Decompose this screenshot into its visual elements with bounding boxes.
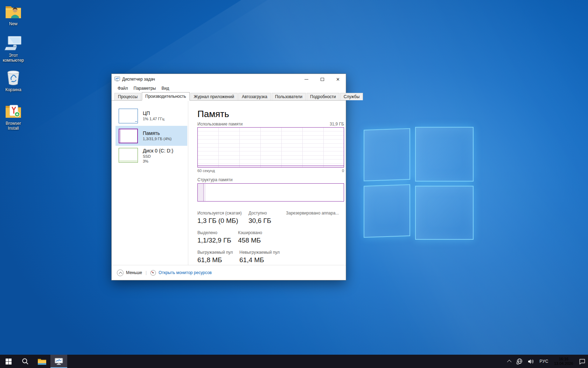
tab-strip: Процессы Производительность Журнал прило…	[112, 92, 346, 101]
menu-file[interactable]: Файл	[115, 85, 131, 92]
network-globe-no-internet-icon	[516, 358, 523, 365]
sidebar-item-subtitle: SSD	[143, 154, 173, 159]
maximize-icon	[321, 78, 324, 81]
sidebar-item-subtitle2: 3%	[143, 159, 173, 164]
sidebar-item-subtitle: 1% 1,47 ГГц	[143, 116, 164, 121]
memory-total-label: 31,9 ГБ	[330, 122, 344, 127]
desktop-icon-label: New	[9, 21, 18, 26]
window-title: Диспетчер задач	[122, 77, 155, 82]
file-explorer-icon	[37, 358, 47, 365]
desktop-icon-label: Browser Install	[1, 121, 25, 131]
fewer-details-button[interactable]: Меньше	[126, 270, 142, 275]
tab-app-history[interactable]: Журнал приложений	[190, 93, 238, 100]
stat-value: 458 МБ	[238, 236, 262, 245]
close-button[interactable]: ✕	[330, 74, 346, 84]
action-center-button[interactable]	[576, 355, 588, 368]
stat-value: 1,3 ГБ (0 МБ)	[197, 217, 248, 225]
sidebar-item-memory[interactable]: Память 1,3/31,9 ГБ (4%)	[115, 126, 187, 146]
taskbar-search-button[interactable]	[17, 355, 34, 368]
browser-folder-icon	[4, 103, 22, 120]
memory-mini-graph	[119, 129, 138, 143]
axis-right-label: 0	[342, 169, 344, 173]
sidebar-item-subtitle: 1,3/31,9 ГБ (4%)	[143, 136, 172, 141]
stat-value: 30,6 ГБ	[248, 217, 286, 225]
tab-services[interactable]: Службы	[340, 93, 363, 100]
tray-show-hidden-icons[interactable]	[506, 355, 514, 368]
tab-details[interactable]: Подробности	[307, 93, 340, 100]
pane-heading: Память	[197, 109, 346, 119]
logo-pane	[364, 128, 410, 182]
resource-monitor-icon	[150, 270, 156, 276]
start-button[interactable]	[0, 355, 17, 368]
stat-label: Доступно	[248, 211, 286, 216]
stat-label: Кэшировано	[238, 230, 262, 235]
sidebar-item-title: Диск 0 (C: D:)	[143, 148, 173, 154]
desktop-icon-new[interactable]: New	[1, 4, 25, 26]
close-icon: ✕	[336, 77, 340, 82]
tray-language-indicator[interactable]: РУС	[537, 355, 551, 368]
sidebar-item-title: ЦП	[143, 110, 164, 116]
logo-pane	[415, 127, 474, 182]
taskbar-file-explorer[interactable]	[34, 355, 50, 368]
performance-body: ЦП 1% 1,47 ГГц Память 1,3/31,9 ГБ (4%) Д…	[112, 101, 346, 265]
sidebar-item-disk0[interactable]: Диск 0 (C: D:) SSD 3%	[115, 146, 187, 169]
collapse-chevron-icon	[117, 270, 124, 276]
taskbar: РУС 16:16 13.04.2026	[0, 355, 588, 368]
window-footer: Меньше | Открыть монитор ресурсов	[112, 265, 346, 280]
menu-view[interactable]: Вид	[159, 85, 172, 92]
task-manager-icon	[55, 358, 63, 365]
this-pc-icon	[4, 35, 22, 52]
memory-stats: Используется (сжатая) 1,3 ГБ (0 МБ) Дост…	[197, 211, 345, 264]
memory-usage-graph	[197, 127, 344, 168]
stat-value: 61,8 МБ	[197, 256, 239, 264]
maximize-button[interactable]	[314, 74, 330, 84]
performance-sidebar: ЦП 1% 1,47 ГГц Память 1,3/31,9 ГБ (4%) Д…	[112, 101, 188, 265]
logo-pane	[415, 186, 474, 240]
stat-value: 61,4 МБ	[239, 256, 280, 264]
tray-volume[interactable]	[525, 355, 537, 368]
chevron-up-icon	[507, 360, 512, 364]
tray-network[interactable]	[514, 355, 525, 368]
footer-divider: |	[146, 270, 147, 275]
action-center-icon	[579, 359, 586, 364]
tab-processes[interactable]: Процессы	[114, 93, 141, 100]
taskbar-task-manager[interactable]	[50, 355, 67, 368]
recycle-bin-icon	[4, 69, 22, 86]
tab-performance[interactable]: Производительность	[142, 92, 189, 101]
stat-label: Зарезервировано аппара...	[286, 211, 339, 216]
user-folder-icon	[4, 4, 22, 20]
menu-options[interactable]: Параметры	[131, 85, 159, 92]
memory-detail-pane: Память Использование памяти 31,9 ГБ 60 с…	[188, 101, 346, 265]
composition-standby-divider	[205, 184, 205, 201]
stat-label: Используется (сжатая)	[197, 211, 248, 216]
desktop-icon-label: Этот компьютер	[1, 53, 25, 63]
desktop-icon-recycle-bin[interactable]: Корзина	[1, 69, 25, 92]
logo-pane	[364, 184, 410, 238]
task-manager-app-icon	[114, 76, 120, 82]
axis-left-label: 60 секунд	[197, 169, 215, 173]
tab-startup[interactable]: Автозагрузка	[238, 93, 271, 100]
clock-date: 13.04.2026	[554, 361, 573, 366]
clock-time: 16:16	[554, 357, 573, 361]
sidebar-item-cpu[interactable]: ЦП 1% 1,47 ГГц	[115, 106, 187, 126]
open-resource-monitor-link[interactable]: Открыть монитор ресурсов	[159, 270, 212, 275]
stat-value: 1,1/32,9 ГБ	[197, 236, 238, 245]
composition-label: Структура памяти	[197, 177, 344, 182]
window-titlebar[interactable]: Диспетчер задач ✕	[112, 74, 346, 84]
usage-graph-label: Использование памяти	[197, 122, 243, 127]
search-icon	[22, 358, 29, 365]
desktop-icon-label: Корзина	[5, 87, 21, 92]
desktop-icon-this-pc[interactable]: Этот компьютер	[1, 35, 25, 63]
memory-composition-bar	[197, 183, 344, 202]
minimize-icon	[304, 79, 308, 80]
stat-label: Выгружаемый пул	[197, 250, 239, 255]
stat-label: Невыгружаемый пул	[239, 250, 280, 255]
composition-inuse-segment	[198, 184, 204, 201]
tab-users[interactable]: Пользователи	[272, 93, 306, 100]
minimize-button[interactable]	[299, 74, 314, 84]
desktop-icon-browser-install[interactable]: Browser Install	[1, 103, 25, 131]
menu-bar: Файл Параметры Вид	[112, 84, 346, 92]
tray-clock[interactable]: 16:16 13.04.2026	[551, 357, 576, 366]
task-manager-window: Диспетчер задач ✕ Файл Параметры Вид Про…	[111, 74, 346, 280]
windows-hero-logo	[364, 127, 474, 240]
